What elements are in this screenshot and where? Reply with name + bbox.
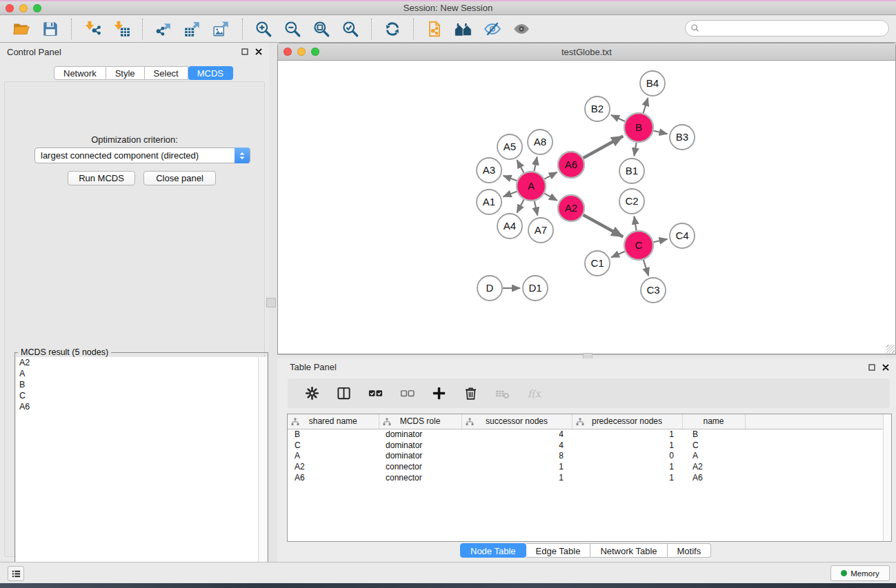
table-cell[interactable]: A6 xyxy=(288,472,379,483)
show-all-houses-icon[interactable] xyxy=(453,19,474,39)
node-table[interactable]: shared nameMCDS rolesuccessor nodesprede… xyxy=(287,414,892,542)
table-cell[interactable]: A xyxy=(288,451,379,462)
table-cell[interactable]: C xyxy=(288,440,379,451)
graph-node-A6[interactable]: A6 xyxy=(558,152,584,178)
tab-style[interactable]: Style xyxy=(106,66,145,80)
table-scrollbar[interactable] xyxy=(883,414,891,541)
delete-columns-icon[interactable] xyxy=(460,383,481,404)
table-row[interactable]: Cdominator41C xyxy=(288,440,891,451)
table-cell[interactable]: 1 xyxy=(572,472,682,483)
table-cell[interactable]: 1 xyxy=(461,461,572,472)
hide-columns-icon[interactable] xyxy=(397,383,417,404)
zoom-in-icon[interactable] xyxy=(253,19,274,39)
network-from-selection-icon[interactable] xyxy=(424,19,445,39)
zoom-selected-icon[interactable] xyxy=(340,19,361,39)
graph-node-B[interactable]: B xyxy=(624,113,653,142)
graph-node-A7[interactable]: A7 xyxy=(528,218,553,243)
table-cell[interactable]: A xyxy=(682,451,745,462)
graph-node-A5[interactable]: A5 xyxy=(497,134,522,159)
graph-node-C3[interactable]: C3 xyxy=(641,278,666,303)
divider-grip[interactable] xyxy=(266,298,276,307)
run-mcds-button[interactable]: Run MCDS xyxy=(68,171,135,185)
float-panel-icon[interactable] xyxy=(240,47,250,57)
graph-node-C2[interactable]: C2 xyxy=(619,189,644,214)
zoom-fit-icon[interactable] xyxy=(311,19,332,39)
table-row[interactable]: A2connector11A2 xyxy=(288,461,891,472)
save-session-icon[interactable] xyxy=(40,19,61,39)
table-row[interactable]: Bdominator41B xyxy=(288,429,891,440)
table-cell[interactable]: A6 xyxy=(682,472,745,483)
graph-node-B1[interactable]: B1 xyxy=(619,159,644,183)
tab-node-table[interactable]: Node Table xyxy=(460,543,526,558)
apply-refresh-icon[interactable] xyxy=(382,19,403,39)
column-header-name[interactable]: name xyxy=(682,414,745,429)
graphics-details-eye-icon[interactable] xyxy=(511,19,532,39)
table-cell[interactable]: 1 xyxy=(461,472,572,483)
open-file-icon[interactable] xyxy=(11,19,32,39)
table-cell[interactable]: connector xyxy=(379,472,461,483)
table-cell[interactable]: dominator xyxy=(379,429,461,440)
graph-node-A1[interactable]: A1 xyxy=(477,190,501,214)
split-panel-icon[interactable] xyxy=(333,383,354,404)
graph-node-D[interactable]: D xyxy=(477,276,502,301)
export-table-icon[interactable] xyxy=(182,19,203,39)
close-panel-button[interactable]: Close panel xyxy=(143,171,216,185)
table-cell[interactable]: 4 xyxy=(461,429,572,440)
graph-node-A2[interactable]: A2 xyxy=(558,195,584,221)
mcds-result-item[interactable]: C xyxy=(16,391,259,402)
mcds-result-item[interactable]: A2 xyxy=(16,357,259,368)
graph-node-D1[interactable]: D1 xyxy=(523,276,548,301)
import-table-icon[interactable] xyxy=(111,19,132,39)
graph-node-C4[interactable]: C4 xyxy=(670,223,695,248)
mcds-result-list[interactable]: A2ABCA6 xyxy=(16,357,259,588)
graph-node-A4[interactable]: A4 xyxy=(497,214,522,239)
close-panel-icon[interactable] xyxy=(881,363,890,372)
table-cell[interactable]: 4 xyxy=(461,440,572,451)
graph-node-A8[interactable]: A8 xyxy=(528,130,552,154)
close-panel-icon[interactable] xyxy=(254,47,263,57)
column-header-MCDS-role[interactable]: MCDS role xyxy=(379,414,461,429)
hide-selected-eye-slash-icon[interactable] xyxy=(482,19,503,39)
import-network-icon[interactable] xyxy=(82,19,103,39)
create-column-icon[interactable] xyxy=(428,383,449,404)
table-cell[interactable]: dominator xyxy=(379,451,461,462)
table-cell[interactable]: 1 xyxy=(572,461,682,472)
graph-node-A3[interactable]: A3 xyxy=(477,158,501,183)
graph-node-A[interactable]: A xyxy=(517,172,546,201)
mcds-result-item[interactable]: B xyxy=(16,379,259,390)
memory-button[interactable]: Memory xyxy=(830,565,890,581)
mcds-result-scrollbar[interactable] xyxy=(258,357,267,588)
vertical-split-divider[interactable] xyxy=(269,43,277,562)
tab-edge-table[interactable]: Edge Table xyxy=(526,543,591,558)
table-cell[interactable]: connector xyxy=(379,461,461,472)
dropdown-spinner-icon[interactable] xyxy=(235,148,250,163)
table-row[interactable]: Adominator80A xyxy=(288,451,891,462)
table-cell[interactable]: B xyxy=(288,429,379,440)
table-cell[interactable]: 0 xyxy=(572,451,682,462)
graph-node-C[interactable]: C xyxy=(624,231,653,260)
table-cell[interactable]: 1 xyxy=(572,429,682,440)
column-header-successor-nodes[interactable]: successor nodes xyxy=(461,414,572,429)
column-gear-icon[interactable] xyxy=(301,383,322,404)
graph-node-B4[interactable]: B4 xyxy=(640,71,665,96)
table-cell[interactable]: B xyxy=(682,429,745,440)
tab-motifs[interactable]: Motifs xyxy=(668,543,712,558)
table-cell[interactable]: A2 xyxy=(682,461,745,472)
tab-network-table[interactable]: Network Table xyxy=(590,543,667,558)
export-network-icon[interactable] xyxy=(153,19,174,39)
mcds-result-item[interactable]: A xyxy=(16,368,259,379)
graph-node-B2[interactable]: B2 xyxy=(585,97,610,121)
mcds-result-item[interactable]: A6 xyxy=(16,402,259,413)
table-cell[interactable]: 8 xyxy=(461,451,572,462)
table-cell[interactable]: C xyxy=(682,440,745,451)
tab-network[interactable]: Network xyxy=(54,66,106,80)
tab-mcds[interactable]: MCDS xyxy=(188,66,233,80)
search-input[interactable] xyxy=(701,21,888,35)
float-panel-icon[interactable] xyxy=(867,363,877,372)
tab-select[interactable]: Select xyxy=(145,66,188,80)
function-builder-icon[interactable]: f(x) xyxy=(524,383,544,404)
column-header-predecessor-nodes[interactable]: predecessor nodes xyxy=(572,414,682,429)
table-cell[interactable]: 1 xyxy=(572,440,682,451)
table-cell[interactable]: dominator xyxy=(379,440,461,451)
network-canvas[interactable]: ABCA6A2A1A3A4A5A7A8B1B2B3B4C1C2C3C4DD1 xyxy=(278,61,895,354)
